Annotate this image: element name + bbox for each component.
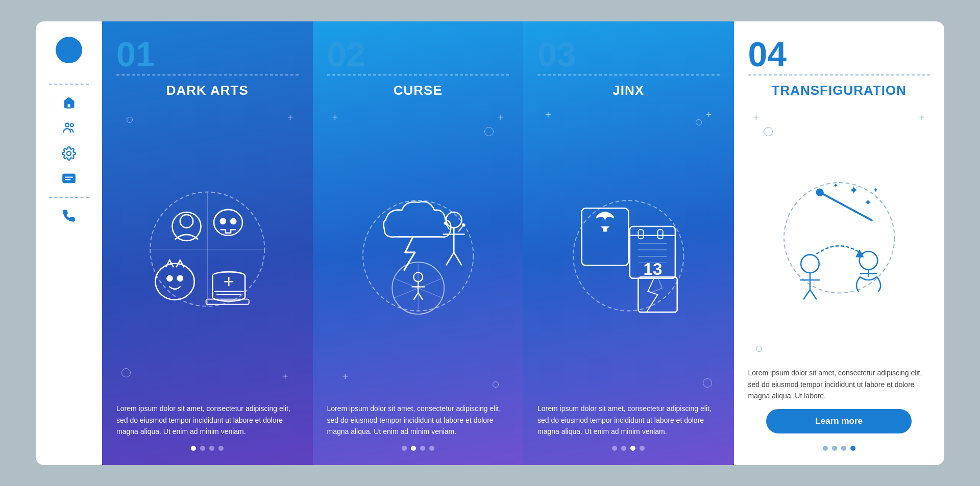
card-2-title: CURSE — [327, 83, 509, 98]
card-2-illustration: + + + — [327, 107, 509, 398]
svg-point-10 — [214, 209, 242, 235]
dot-1-4[interactable] — [218, 446, 224, 451]
deco-plus-4: + — [498, 112, 504, 123]
deco-plus-9: + — [919, 112, 925, 123]
dot-4-3[interactable] — [841, 446, 846, 451]
deco-circle-4 — [484, 127, 494, 136]
svg-text:13: 13 — [644, 260, 663, 278]
svg-point-12 — [230, 218, 237, 224]
svg-rect-0 — [67, 104, 71, 108]
card-4-title: TRANSFIGURATION — [748, 83, 930, 98]
dot-3-1[interactable] — [612, 446, 617, 451]
svg-point-8 — [172, 212, 201, 240]
deco-circle-6 — [703, 378, 712, 388]
svg-point-64 — [801, 254, 819, 273]
deco-plus-2: + — [282, 371, 288, 382]
card-3-illustration: + + — [537, 107, 720, 398]
users-icon[interactable] — [60, 119, 78, 137]
svg-point-13 — [155, 263, 194, 299]
phone-icon[interactable] — [60, 207, 78, 224]
svg-line-42 — [418, 292, 423, 299]
card-3-title: JINX — [537, 83, 720, 98]
dot-2-3[interactable] — [420, 446, 425, 451]
deco-plus-7: + — [706, 109, 712, 121]
card-3-text: Lorem ipsum dolor sit amet, consectetur … — [537, 403, 720, 437]
card-2-text: Lorem ipsum dolor sit amet, consectetur … — [327, 403, 509, 437]
card-3-dots — [537, 446, 720, 451]
dot-4-2[interactable] — [832, 446, 837, 451]
svg-rect-16 — [212, 272, 245, 301]
svg-point-1 — [65, 123, 69, 126]
svg-line-29 — [454, 252, 461, 265]
card-transfiguration: 04 TRANSFIGURATION + + ✦ ✦ ✦ ✦ — [734, 21, 945, 465]
deco-plus-6: + — [545, 109, 551, 121]
card-1-divider — [116, 74, 299, 75]
svg-point-69 — [859, 251, 877, 270]
card-3-divider — [537, 74, 720, 75]
svg-point-56 — [784, 183, 894, 293]
card-1-title: DARK ARTS — [116, 83, 299, 98]
card-4-dots — [748, 446, 930, 451]
card-1-dots — [116, 446, 299, 451]
deco-circle-5 — [696, 119, 702, 125]
home-icon[interactable] — [60, 94, 78, 111]
chat-icon[interactable] — [60, 170, 78, 188]
card-1-text: Lorem ipsum dolor sit amet, consectetur … — [116, 403, 299, 437]
card-2-dots — [327, 446, 509, 451]
deco-circle-8 — [764, 127, 773, 136]
main-container: 01 DARK ARTS + + — [36, 21, 944, 465]
curse-svg — [327, 107, 509, 398]
dot-4-4[interactable] — [850, 446, 855, 451]
svg-point-11 — [219, 218, 226, 224]
svg-line-41 — [413, 292, 418, 299]
svg-line-67 — [803, 290, 810, 299]
svg-point-31 — [444, 221, 447, 224]
card-4-text: Lorem ipsum dolor sit amet, consectetur … — [748, 367, 930, 401]
card-2-divider — [327, 74, 509, 75]
sidebar-logo — [56, 37, 82, 63]
settings-icon[interactable] — [60, 145, 78, 162]
svg-rect-4 — [63, 174, 75, 182]
card-3-number: 03 — [537, 37, 720, 71]
card-curse: 02 CURSE + + + — [313, 21, 524, 465]
svg-rect-48 — [638, 229, 643, 239]
svg-point-15 — [177, 275, 183, 282]
dot-2-2[interactable] — [411, 446, 416, 451]
dot-3-2[interactable] — [621, 446, 626, 451]
svg-point-9 — [180, 215, 193, 227]
card-1-number: 01 — [116, 37, 299, 71]
svg-point-25 — [446, 212, 461, 227]
svg-line-68 — [810, 290, 816, 299]
svg-point-58 — [816, 188, 823, 196]
deco-circle-1 — [127, 117, 133, 123]
deco-plus-1: + — [287, 112, 293, 123]
dot-1-2[interactable] — [200, 446, 205, 451]
sidebar — [36, 21, 102, 465]
dot-2-4[interactable] — [429, 446, 434, 451]
card-jinx: 03 JINX + + — [523, 21, 734, 465]
svg-point-3 — [67, 151, 71, 155]
svg-point-14 — [166, 275, 173, 282]
svg-line-28 — [446, 252, 453, 265]
learn-more-button[interactable]: Learn more — [766, 409, 912, 433]
deco-plus-3: + — [332, 112, 338, 123]
deco-plus-5: + — [342, 371, 349, 382]
dot-3-3[interactable] — [630, 446, 635, 451]
sidebar-divider-top — [49, 84, 89, 85]
dot-3-4[interactable] — [640, 446, 645, 451]
card-4-number: 04 — [748, 37, 930, 71]
dark-arts-svg — [116, 107, 299, 398]
deco-plus-8: + — [753, 112, 760, 123]
card-2-number: 02 — [327, 37, 509, 71]
svg-text:✦: ✦ — [864, 197, 871, 207]
dot-4-1[interactable] — [823, 446, 828, 451]
dot-1-3[interactable] — [209, 446, 214, 451]
dot-2-1[interactable] — [402, 446, 407, 451]
deco-circle-7 — [756, 346, 762, 352]
card-4-illustration: + + ✦ ✦ ✦ ✦ — [748, 107, 930, 363]
jinx-svg: 13 — [537, 107, 720, 398]
card-1-illustration: + + — [116, 107, 299, 398]
dot-1-1[interactable] — [191, 446, 196, 451]
svg-text:✦: ✦ — [873, 186, 878, 194]
svg-text:✦: ✦ — [832, 182, 838, 189]
